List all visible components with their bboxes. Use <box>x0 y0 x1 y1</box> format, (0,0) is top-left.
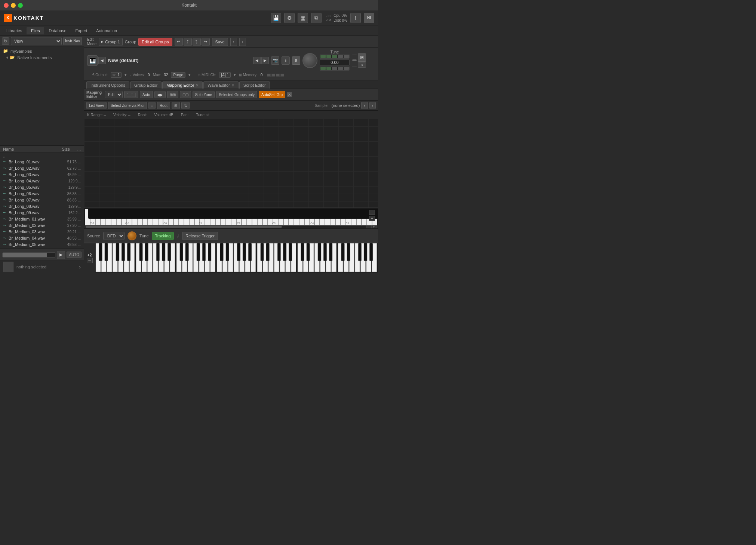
keyboard-scroll-track[interactable] <box>86 226 366 228</box>
solo-button[interactable]: S <box>292 56 300 65</box>
wave-editor-close-icon[interactable]: ✕ <box>231 83 234 87</box>
mapping-editor-close-icon[interactable]: ✕ <box>196 83 199 87</box>
mapping-close-button[interactable]: ✕ <box>287 92 292 97</box>
purge-button[interactable]: Purge <box>171 72 185 78</box>
warning-icon-btn[interactable]: ! <box>350 13 361 23</box>
mute-button[interactable]: M <box>358 53 366 62</box>
mapping-piano-keyboard[interactable]: – + // This will be done via CSS <box>84 207 378 225</box>
solo-zone-button[interactable]: Solo Zone <box>193 91 215 98</box>
list-item[interactable]: 〜 Br_Long_03.wav 45.99 ... <box>0 172 84 178</box>
tab-mapping-editor[interactable]: Mapping Editor ✕ <box>162 81 203 89</box>
tree-item-native-instruments[interactable]: + 📂 Native Instruments <box>0 54 84 61</box>
icon-btn-2[interactable]: ◀▶ <box>154 91 166 98</box>
list-item[interactable]: 〜 Br_Long_02.wav 62.78 ... <box>0 165 84 172</box>
auto-button[interactable]: AUTO <box>67 252 82 258</box>
minimize-button[interactable] <box>11 3 16 8</box>
window-controls[interactable] <box>4 3 23 8</box>
panel-collapse-left[interactable]: ‹ <box>230 38 237 46</box>
release-trigger-button[interactable]: Release Trigger <box>182 232 218 240</box>
prev-preset-button[interactable]: ◀ <box>98 57 106 64</box>
list-item[interactable]: 〜 Br_Long_08.wav 129.9... <box>0 203 84 210</box>
list-item[interactable]: 〜 Br_Long_04.wav 129.9... <box>0 178 84 184</box>
zoom-minus-button[interactable]: – <box>369 210 375 215</box>
panel-collapse-right[interactable]: › <box>239 38 246 46</box>
icon-split-btn[interactable]: ⊞ <box>172 102 180 109</box>
r-button[interactable]: R <box>358 62 366 68</box>
instr-nav-button[interactable]: Instr Nav <box>63 37 82 45</box>
nav-prev-button[interactable]: ◀ <box>253 57 261 64</box>
tab-automation[interactable]: Automation <box>92 27 122 34</box>
list-item[interactable]: 〜 Br_Long_05.wav 129.9... <box>0 184 84 191</box>
group-dropdown[interactable]: ▸ Group 1 <box>99 38 123 46</box>
icon-down-btn[interactable]: ↕ <box>148 102 156 109</box>
ni-button[interactable]: NI <box>364 13 374 23</box>
tab-group-editor[interactable]: Group Editor <box>130 81 162 89</box>
tab-instrument-options[interactable]: Instrument Options <box>86 81 129 89</box>
view-icon-btn[interactable]: ▦ <box>298 13 308 23</box>
sample-next-button[interactable]: › <box>369 102 376 109</box>
redo-forward-button[interactable]: ↪ <box>202 38 210 46</box>
list-item[interactable]: 〜 Br_Long_07.wav 86.85 ... <box>0 197 84 203</box>
bottom-piano-svg[interactable] <box>95 243 378 272</box>
list-item[interactable]: 〜 Br_Long_06.wav 86.85 ... <box>0 191 84 197</box>
settings-icon-btn[interactable]: ⚙ <box>284 13 295 23</box>
maximize-button[interactable] <box>18 3 23 8</box>
root-button[interactable]: Root <box>157 102 170 109</box>
camera-button[interactable]: 📷 <box>271 56 279 65</box>
mapping-grid[interactable] <box>84 119 378 207</box>
autosel-grp-button[interactable]: AutoSel. Grp <box>259 91 285 98</box>
list-view-button[interactable]: List View <box>86 102 107 109</box>
tab-files[interactable]: Files <box>27 27 44 34</box>
list-item[interactable]: 〜 Br_Long_01.wav 51.75 ... <box>0 159 84 165</box>
icon-up-down-btn[interactable]: ⇅ <box>181 102 190 109</box>
tracking-button[interactable]: Tracking <box>152 232 174 240</box>
refresh-button[interactable]: ↻ <box>2 37 9 45</box>
midi-select[interactable]: [A] 1 <box>219 72 231 78</box>
icon-btn-3[interactable]: ⊞⊞ <box>167 91 178 98</box>
keyboard-scroll-thumb[interactable] <box>86 226 282 228</box>
close-button[interactable] <box>4 3 9 8</box>
octave-minus-button[interactable]: – <box>87 258 93 263</box>
keyboard-scrollbar[interactable]: – + <box>84 225 378 228</box>
list-item[interactable]: .. <box>0 153 84 159</box>
source-select[interactable]: DFD <box>103 232 125 240</box>
tree-item-mysamples[interactable]: 📁 mySamples <box>0 48 84 54</box>
info-button[interactable]: ℹ <box>282 56 290 65</box>
tab-libraries[interactable]: Libraries <box>2 27 27 34</box>
volume-knob[interactable] <box>302 53 317 68</box>
list-item[interactable]: 〜 Br_Medium_03.wav 29.21 ... <box>0 229 84 235</box>
source-tune-knob[interactable] <box>127 231 136 240</box>
zoom-plus-button[interactable]: + <box>369 216 375 221</box>
output-select[interactable]: st. 1 <box>111 72 122 78</box>
selected-groups-button[interactable]: Selected Groups only <box>216 91 257 98</box>
list-item[interactable]: 〜 Br_Medium_02.wav 37.20 ... <box>0 222 84 229</box>
undo-button[interactable]: ↩ <box>175 38 183 46</box>
list-item[interactable]: 〜 Br_Medium_04.wav 48.58 ... <box>0 235 84 241</box>
nav-next-button[interactable]: ▶ <box>261 57 269 64</box>
copy-icon-btn[interactable]: ⧉ <box>311 13 322 23</box>
options-icon[interactable]: ... <box>77 147 81 151</box>
tab-wave-editor[interactable]: Wave Editor ✕ <box>203 81 239 89</box>
list-item[interactable]: 〜 Br_Long_09.wav 162.2... <box>0 210 84 216</box>
instrument-icon[interactable]: 🎹 <box>87 55 98 66</box>
edit-mode-select[interactable]: Edit <box>105 91 123 98</box>
tab-database[interactable]: Database <box>44 27 71 34</box>
select-zone-midi-button[interactable]: Select Zone via Midi <box>108 102 147 109</box>
list-item[interactable]: 〜 Br_Medium_01.wav 35.99 ... <box>0 216 84 222</box>
save-icon-btn[interactable]: 💾 <box>271 13 281 23</box>
auto-button[interactable]: Auto <box>140 91 153 98</box>
volume-fader[interactable] <box>352 55 357 67</box>
edit-all-groups-button[interactable]: Edit all Groups <box>138 38 172 46</box>
sample-prev-button[interactable]: ‹ <box>361 102 368 109</box>
redo-left-button[interactable]: ⤴ <box>184 38 192 46</box>
tab-script-editor[interactable]: Script Editor <box>239 81 270 89</box>
icon-btn-1[interactable]: ⬛⬛ <box>124 91 138 98</box>
play-button[interactable]: ▶ <box>57 251 65 259</box>
view-select[interactable]: View <box>11 37 62 45</box>
redo-right-button[interactable]: ⤵ <box>193 38 201 46</box>
tab-expert[interactable]: Expert <box>71 27 92 34</box>
icon-btn-4[interactable]: ⊡⊡ <box>180 91 191 98</box>
list-item[interactable]: 〜 Br_Medium_05.wav 48.58 ... <box>0 241 84 248</box>
tune-symbol-icon[interactable]: ♩ <box>177 233 179 238</box>
save-button[interactable]: Save <box>212 38 228 46</box>
